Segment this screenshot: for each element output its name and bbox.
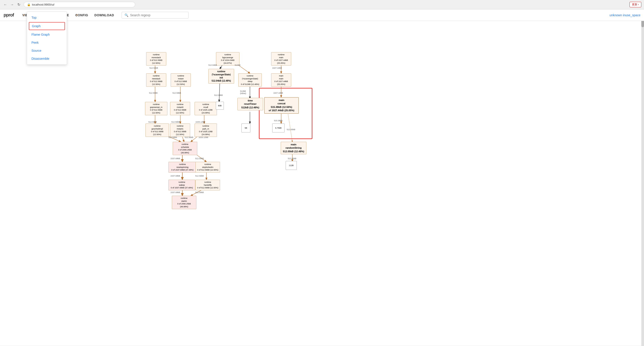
node-main-main[interactable]: main main 0 of 1027.44kB (25.05%)	[271, 73, 291, 87]
node-schedule[interactable]: runtime schedule 0 of 2090.25kB (49.99%)	[173, 142, 197, 155]
edge-label-512-3: 512kB	[235, 64, 240, 66]
scrollbar-thumb[interactable]	[641, 21, 644, 27]
node-morestack[interactable]: runtime morestack 0 of 512.56kB (12.50%)	[146, 52, 166, 65]
edge-label-512-10: 512.56kB	[185, 136, 193, 138]
browser-nav-buttons: ← → ↻	[3, 2, 22, 7]
svg-line-17	[288, 113, 292, 142]
node-mstart0[interactable]: runtime mstart0 0 of 512.56kB (12.50%)	[170, 102, 190, 115]
edge-label-512-inline: 512kB(inline)	[240, 90, 256, 94]
node-gosched[interactable]: runtime goschedImpl 0 of 512.56kB (12.50…	[146, 123, 169, 137]
main-content: runtime morestack 0 of 512.56kB (12.50%)…	[0, 21, 644, 346]
edge-label-512-12: 512.56kB	[195, 175, 204, 177]
dropdown-item-graph[interactable]: Graph	[29, 22, 65, 30]
view-arrow-icon: ▾	[23, 14, 24, 16]
view-dropdown-menu: Top Graph Flame Graph Peek Source Disass…	[27, 11, 67, 65]
node-reset-timer[interactable]: time resetTimer 512kB (12.48%)	[238, 98, 263, 110]
edge-label-1027: 1027.44kB	[272, 67, 282, 69]
app-header: pprof VIEW ▾ SAMPLE ▾ REFINE ▾ CONFIG ▾ …	[0, 9, 644, 21]
graph-container: runtime morestack 0 of 512.56kB (12.50%)…	[72, 25, 317, 237]
edge-label-512-6: 512.04kB	[214, 94, 223, 96]
browser-chrome: ← → ↻ 🔒 localhost:9900/ui/ 更新 ›	[0, 0, 644, 9]
config-arrow-icon: ▾	[76, 14, 78, 16]
lock-icon: 🔒	[27, 3, 30, 6]
node-startm[interactable]: runtime startm 0 of 2090.25kB (49.99%)	[172, 196, 196, 209]
edge-label-1025: 1025.12kB	[196, 121, 205, 123]
dropdown-item-disassemble[interactable]: Disassemble	[27, 55, 67, 63]
search-bar[interactable]: 🔍	[122, 12, 188, 18]
node-675kb[interactable]: 6.75kB	[272, 123, 284, 132]
browser-actions: 更新 ›	[630, 2, 641, 7]
update-button[interactable]: 更新 ›	[630, 2, 641, 7]
edge-label-512-13: 512.56kB	[195, 191, 204, 194]
node-resetspinning[interactable]: runtime resetspinning 0 of 1537.69kB (37…	[168, 162, 196, 173]
node-scavenger-init[interactable]: runtime (*scavengerState) init 512.04kB …	[208, 69, 234, 84]
dropdown-item-top[interactable]: Top	[27, 13, 67, 22]
node-mstart1[interactable]: runtime mstart1 0 of 512.56kB (12.50%)	[170, 123, 190, 137]
node-bgscavenge[interactable]: runtime bgscavenge 0 of 1024.04kB (24.97…	[216, 52, 240, 65]
node-main-concat[interactable]: main concat 515.38kB (12.56%) of 1027.44…	[264, 97, 299, 114]
edge-label-512-2: 512.04kB	[208, 64, 217, 66]
node-wakep[interactable]: runtime wakep 0 of 1537.69kB (37.49%)	[168, 180, 195, 190]
edge-label-512-05-2: 512.05kB	[288, 157, 296, 160]
node-park-m-1[interactable]: runtime mcall 0 of 1025.12kB (24.99%)	[194, 102, 217, 115]
edge-label-512-8: 512.56kB	[172, 121, 180, 123]
scrollbar-track[interactable]	[641, 21, 644, 346]
node-stoplockedm[interactable]: runtime stoplockedm 0 of 512.56kB (12.50…	[196, 162, 220, 173]
node-handoffp[interactable]: runtime handoffp 0 of 512.56kB (12.50%)	[196, 180, 220, 190]
node-5b[interactable]: 5B	[242, 123, 250, 132]
edge-label-512-7: 512.56kB	[148, 121, 157, 123]
edge-label-515: 515.38kB	[274, 119, 282, 122]
dropdown-item-peek[interactable]: Peek	[27, 38, 67, 47]
nav-download[interactable]: DOWNLOAD	[91, 9, 117, 21]
svg-line-6	[219, 82, 220, 102]
node-gopreempt[interactable]: runtime gopreempt_m 0 of 512.56kB (12.50…	[145, 102, 167, 115]
search-input[interactable]	[130, 13, 186, 17]
node-random-string[interactable]: main randomString 512.05kB (12.48%)	[281, 142, 306, 154]
address-bar[interactable]: 🔒 localhost:9900/ui/	[24, 2, 135, 7]
dropdown-item-source[interactable]: Source	[27, 47, 67, 55]
edge-label-512-4: 512.56kB	[149, 92, 158, 94]
edge-label-1537-3: 1537.69kB	[170, 191, 180, 194]
node-park-m-2[interactable]: runtime park_m 0 of 1025.12kB (24.99%)	[194, 123, 217, 137]
node-scavenger-sleep[interactable]: runtime (*scavengerState) sleep 0 of 512…	[238, 73, 262, 87]
node-80b[interactable]: 80B	[216, 102, 224, 110]
node-112b[interactable]: 112B	[286, 161, 297, 170]
profile-link[interactable]: unknown inuse_space	[610, 13, 640, 17]
edge-label-512-1: 512.56kB	[150, 67, 158, 69]
edge-label-1027-2: 1027.44kB	[273, 92, 283, 94]
edge-label-512-right: 512.05kB	[287, 128, 295, 131]
edge-label-1537-2: 1537.69kB	[170, 175, 180, 177]
edge-label-1025-2: 1025.12kB	[198, 136, 208, 138]
node-mstart[interactable]: runtime mstart 0 of 512.56kB (12.50%)	[171, 73, 191, 87]
reload-button[interactable]: ↻	[16, 2, 22, 7]
edge-label-512-9: 512.56kB	[168, 136, 177, 138]
search-icon: 🔍	[124, 13, 128, 17]
nav-config[interactable]: CONFIG ▾	[72, 9, 91, 21]
dropdown-item-flamegraph[interactable]: Flame Graph	[27, 30, 67, 38]
node-runtime-main[interactable]: runtime main 0 of 1027.44kB (25.05%)	[271, 52, 291, 65]
app-logo: pprof	[4, 12, 14, 17]
back-button[interactable]: ←	[3, 2, 8, 7]
edge-label-1537-1: 1537.69kB	[170, 157, 180, 160]
forward-button[interactable]: →	[9, 2, 15, 7]
edge-label-512-11: 512.56kB	[195, 157, 204, 160]
node-newstack[interactable]: runtime newstack 0 of 512.56kB (12.50%)	[146, 73, 166, 87]
edge-label-512-5: 512.56kB	[172, 92, 181, 94]
url-text: localhost:9900/ui/	[32, 3, 54, 6]
